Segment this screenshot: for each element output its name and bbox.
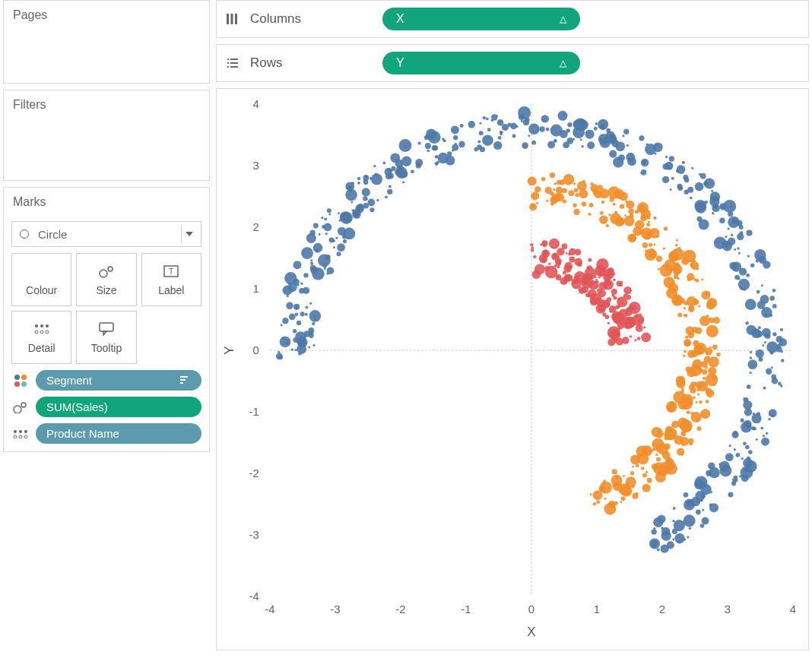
svg-point-733 xyxy=(684,339,691,346)
svg-point-877 xyxy=(541,257,547,263)
svg-point-839 xyxy=(709,356,719,367)
svg-point-79 xyxy=(671,177,674,180)
svg-point-739 xyxy=(620,204,624,208)
svg-point-520 xyxy=(763,387,766,390)
svg-point-387 xyxy=(295,313,298,316)
svg-point-230 xyxy=(705,201,708,204)
svg-point-210 xyxy=(293,329,297,333)
svg-rect-13 xyxy=(180,376,188,378)
svg-point-723 xyxy=(647,478,652,483)
detail-label: Detail xyxy=(28,342,56,354)
colour-card[interactable]: Colour xyxy=(11,253,71,306)
svg-point-502 xyxy=(657,515,665,524)
scatter-chart[interactable]: -4-3-2-101234-4-3-2-101234XY xyxy=(217,89,808,650)
svg-point-826 xyxy=(701,290,710,299)
svg-point-399 xyxy=(338,227,346,236)
svg-point-545 xyxy=(698,305,700,308)
svg-point-946 xyxy=(534,264,545,274)
svg-point-531 xyxy=(416,163,421,168)
size-field-pill[interactable]: SUM(Sales) xyxy=(36,397,201,417)
svg-point-708 xyxy=(554,182,557,185)
svg-point-437 xyxy=(293,304,300,310)
detail-card[interactable]: Detail xyxy=(11,311,71,364)
svg-point-737 xyxy=(713,384,715,386)
svg-point-657 xyxy=(680,299,685,304)
svg-point-327 xyxy=(691,167,693,169)
svg-point-913 xyxy=(566,252,568,255)
svg-point-250 xyxy=(427,150,430,153)
svg-point-621 xyxy=(696,381,703,389)
svg-point-591 xyxy=(575,193,579,197)
svg-point-364 xyxy=(725,236,727,238)
svg-point-828 xyxy=(635,210,639,214)
rows-field-pill[interactable]: Y △ xyxy=(382,52,580,74)
svg-point-893 xyxy=(623,286,632,295)
svg-point-727 xyxy=(593,490,603,500)
svg-point-521 xyxy=(772,414,775,417)
svg-point-248 xyxy=(309,302,312,305)
tooltip-card[interactable]: Tooltip xyxy=(76,311,136,364)
svg-rect-29 xyxy=(227,62,229,64)
svg-point-7 xyxy=(46,324,49,327)
svg-point-232 xyxy=(772,304,777,308)
svg-point-1009 xyxy=(598,289,606,297)
svg-point-830 xyxy=(695,348,700,353)
svg-point-743 xyxy=(693,396,696,399)
svg-point-439 xyxy=(732,479,734,481)
label-card[interactable]: T Label xyxy=(141,253,201,306)
svg-point-849 xyxy=(557,180,561,185)
svg-point-532 xyxy=(750,351,752,353)
colour-field-pill[interactable]: Segment xyxy=(36,370,201,391)
svg-point-749 xyxy=(680,453,683,455)
svg-point-514 xyxy=(581,145,583,147)
svg-point-728 xyxy=(596,500,600,504)
marks-panel: Marks Circle Colour xyxy=(3,187,210,452)
mark-type-label: Circle xyxy=(38,228,67,241)
svg-rect-28 xyxy=(230,59,238,60)
svg-point-822 xyxy=(621,486,633,497)
svg-point-282 xyxy=(328,237,334,242)
svg-text:0: 0 xyxy=(253,343,259,356)
tooltip-label: Tooltip xyxy=(91,342,122,354)
svg-point-17 xyxy=(21,403,26,407)
svg-point-697 xyxy=(693,278,696,281)
svg-text:4: 4 xyxy=(253,97,259,110)
svg-point-471 xyxy=(769,351,773,355)
svg-point-509 xyxy=(649,538,660,549)
svg-point-380 xyxy=(357,182,360,185)
svg-point-214 xyxy=(719,464,731,476)
svg-point-736 xyxy=(573,209,579,215)
tooltip-icon xyxy=(98,321,115,337)
size-card[interactable]: Size xyxy=(76,253,136,306)
svg-point-506 xyxy=(303,273,308,277)
svg-point-350 xyxy=(458,141,465,148)
svg-point-202 xyxy=(750,356,753,359)
svg-point-184 xyxy=(363,196,367,201)
svg-point-20 xyxy=(24,430,27,433)
svg-point-800 xyxy=(675,293,677,295)
svg-point-402 xyxy=(672,538,674,540)
svg-point-557 xyxy=(664,226,668,230)
svg-point-934 xyxy=(596,298,601,302)
columns-field-pill[interactable]: X △ xyxy=(382,8,580,30)
rows-shelf[interactable]: Rows Y △ xyxy=(216,44,809,82)
svg-point-394 xyxy=(769,413,771,416)
svg-point-844 xyxy=(680,437,690,446)
circle-icon xyxy=(20,229,29,239)
svg-point-978 xyxy=(623,316,625,318)
svg-point-781 xyxy=(556,187,563,194)
svg-point-608 xyxy=(648,221,650,223)
svg-point-644 xyxy=(677,312,682,317)
svg-point-911 xyxy=(608,274,611,277)
columns-shelf[interactable]: Columns X △ xyxy=(216,0,809,38)
svg-point-996 xyxy=(582,286,588,293)
svg-point-504 xyxy=(401,157,411,166)
svg-point-512 xyxy=(738,278,741,280)
svg-point-618 xyxy=(649,243,652,247)
svg-point-434 xyxy=(729,262,737,270)
mark-type-dropdown[interactable]: Circle xyxy=(11,221,201,247)
svg-point-988 xyxy=(566,274,573,282)
detail-field-pill[interactable]: Product Name xyxy=(36,423,201,444)
svg-point-825 xyxy=(606,224,609,227)
svg-point-343 xyxy=(362,188,370,196)
